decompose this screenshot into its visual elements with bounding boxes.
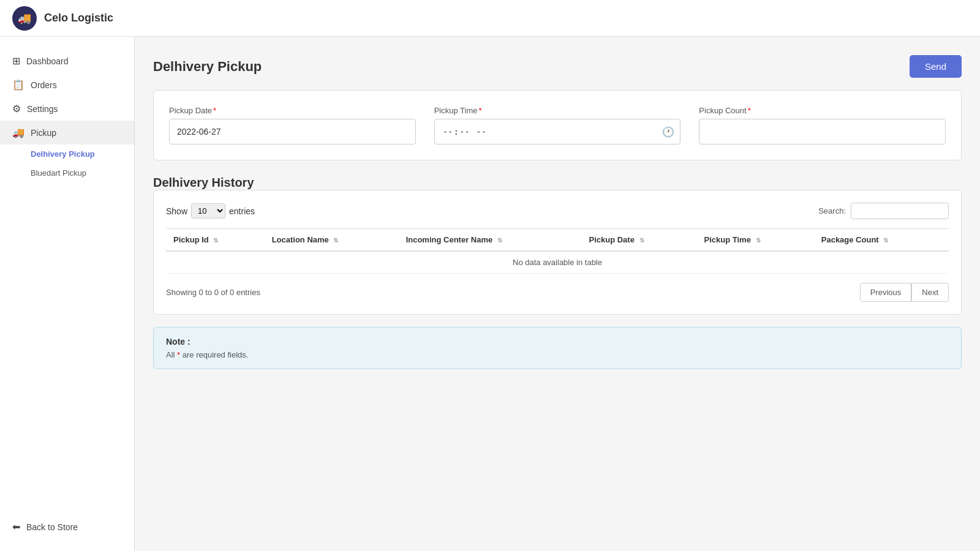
no-data-row: No data available in table	[166, 251, 949, 274]
col-location-name: Location Name ⇅	[265, 229, 399, 252]
sidebar-item-label-orders: Orders	[31, 80, 57, 90]
pagination-row: Showing 0 to 0 of 0 entries Previous Nex…	[166, 283, 949, 302]
entries-label: entries	[229, 206, 255, 216]
pickup-icon: 🚚	[12, 127, 24, 138]
pickup-time-input[interactable]	[434, 119, 681, 144]
page-header: Delhivery Pickup Send	[153, 55, 962, 78]
col-package-count: Package Count ⇅	[814, 229, 949, 252]
show-label: Show	[166, 206, 187, 216]
table-header-row: Pickup Id ⇅ Location Name ⇅ Incoming Cen…	[166, 229, 949, 252]
history-table: Pickup Id ⇅ Location Name ⇅ Incoming Cen…	[166, 228, 949, 274]
history-card: Show 10 25 50 100 entries Search:	[153, 190, 962, 315]
next-button[interactable]: Next	[911, 283, 949, 302]
sidebar-subitem-label-delhivery: Delhivery Pickup	[31, 149, 95, 159]
pickup-date-label: Pickup Date*	[169, 106, 416, 115]
note-text: All * are required fields.	[166, 350, 949, 359]
time-wrapper: 🕐	[434, 119, 681, 144]
sidebar-subitem-bluedart-pickup[interactable]: Bluedart Pickup	[0, 163, 134, 182]
note-prefix: All	[166, 350, 175, 359]
sidebar-item-label-pickup: Pickup	[31, 128, 56, 138]
sidebar-item-label-dashboard: Dashboard	[26, 56, 69, 66]
required-star-time: *	[478, 106, 481, 115]
note-box: Note : All * are required fields.	[153, 327, 962, 369]
send-button[interactable]: Send	[910, 55, 962, 78]
note-star: *	[177, 350, 183, 359]
pickup-time-group: Pickup Time* 🕐	[434, 106, 681, 144]
pickup-count-group: Pickup Count*	[699, 106, 946, 144]
entries-select[interactable]: 10 25 50 100	[191, 203, 225, 219]
back-icon: ⬅	[12, 521, 20, 533]
sort-icon-incoming-center[interactable]: ⇅	[497, 237, 502, 244]
sidebar-item-label-settings: Settings	[27, 104, 58, 114]
layout: ⊞ Dashboard 📋 Orders ⚙ Settings 🚚 Pickup…	[0, 37, 980, 551]
pickup-count-input[interactable]	[699, 119, 946, 144]
sidebar-subitem-delhivery-pickup[interactable]: Delhivery Pickup	[0, 144, 134, 163]
sort-icon-pickup-time[interactable]: ⇅	[756, 237, 761, 244]
sort-icon-package-count[interactable]: ⇅	[883, 237, 888, 244]
showing-text: Showing 0 to 0 of 0 entries	[166, 288, 260, 297]
pickup-date-input[interactable]	[169, 119, 416, 144]
app-title: Celo Logistic	[44, 12, 113, 24]
col-pickup-id: Pickup Id ⇅	[166, 229, 265, 252]
sidebar-item-settings[interactable]: ⚙ Settings	[0, 97, 134, 121]
search-label: Search:	[818, 206, 846, 216]
sidebar-subitem-label-bluedart: Bluedart Pickup	[31, 168, 86, 178]
settings-icon: ⚙	[12, 103, 21, 114]
history-title: Delhivery History	[153, 176, 962, 190]
pickup-date-group: Pickup Date*	[169, 106, 416, 144]
show-entries: Show 10 25 50 100 entries	[166, 203, 255, 219]
required-star-count: *	[748, 106, 751, 115]
search-input[interactable]	[851, 203, 949, 219]
form-row: Pickup Date* Pickup Time* 🕐	[169, 106, 946, 144]
pickup-form-card: Pickup Date* Pickup Time* 🕐	[153, 90, 962, 160]
previous-button[interactable]: Previous	[860, 283, 912, 302]
page-title: Delhivery Pickup	[153, 59, 262, 75]
sort-icon-pickup-id[interactable]: ⇅	[213, 237, 218, 244]
pickup-time-label: Pickup Time*	[434, 106, 681, 115]
sidebar-item-pickup[interactable]: 🚚 Pickup	[0, 121, 134, 144]
back-to-store-button[interactable]: ⬅ Back to Store	[0, 515, 134, 539]
col-incoming-center-name: Incoming Center Name ⇅	[399, 229, 582, 252]
logo-icon: 🚚	[18, 12, 31, 25]
pickup-count-label: Pickup Count*	[699, 106, 946, 115]
no-data-message: No data available in table	[166, 251, 949, 274]
sidebar-item-orders[interactable]: 📋 Orders	[0, 73, 134, 97]
col-pickup-date: Pickup Date ⇅	[581, 229, 696, 252]
sidebar-item-dashboard[interactable]: ⊞ Dashboard	[0, 49, 134, 73]
sort-icon-location-name[interactable]: ⇅	[333, 237, 338, 244]
header: 🚚 Celo Logistic	[0, 0, 980, 37]
required-star-date: *	[213, 106, 216, 115]
logo: 🚚	[12, 6, 37, 31]
main-content: Delhivery Pickup Send Pickup Date* Picku…	[135, 37, 980, 551]
back-to-store-label: Back to Store	[26, 522, 78, 532]
search-row: Search:	[818, 203, 949, 219]
note-suffix: are required fields.	[183, 350, 249, 359]
pagination-buttons: Previous Next	[860, 283, 949, 302]
col-pickup-time: Pickup Time ⇅	[697, 229, 814, 252]
sidebar: ⊞ Dashboard 📋 Orders ⚙ Settings 🚚 Pickup…	[0, 37, 135, 551]
sort-icon-pickup-date[interactable]: ⇅	[639, 237, 644, 244]
note-title: Note :	[166, 337, 949, 347]
orders-icon: 📋	[12, 79, 24, 91]
table-controls: Show 10 25 50 100 entries Search:	[166, 203, 949, 219]
dashboard-icon: ⊞	[12, 55, 20, 67]
